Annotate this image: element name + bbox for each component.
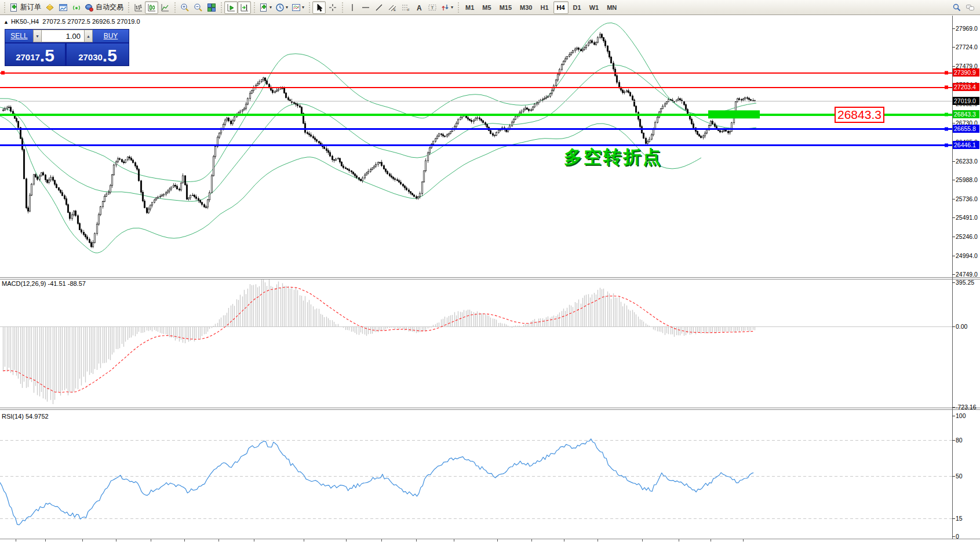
channel-button[interactable]: E [385, 1, 399, 14]
toolbar-separator [457, 2, 460, 13]
search-icon [952, 3, 961, 12]
toolbar-separator [253, 2, 256, 13]
text-icon: A [414, 3, 424, 12]
toolbar-separator [220, 2, 223, 13]
macd-tick-label: 395.25 [956, 279, 974, 286]
macd-label: MACD(12,26,9) -41.51 -88.57 [2, 280, 86, 287]
rsi-line [0, 439, 753, 525]
timeframe-button-H1[interactable]: H1 [537, 1, 552, 14]
timeframe-button-W1[interactable]: W1 [586, 1, 603, 14]
timeframe-button-MN[interactable]: MN [603, 1, 620, 14]
tile-windows-button[interactable] [205, 1, 218, 14]
price-badge: 26446.1 [953, 141, 979, 149]
price-tick-label: 25988.0 [956, 176, 978, 183]
auto-trading-button[interactable]: 自动交易 [83, 1, 125, 14]
rsi-pane[interactable] [0, 439, 952, 525]
new-order-button[interactable]: 新订单 [8, 1, 43, 14]
line-handle[interactable] [945, 144, 948, 147]
axis-ticks [16, 29, 956, 542]
fibo-button[interactable]: F [399, 1, 412, 14]
toolbar-search-button[interactable] [950, 1, 963, 14]
toolbar-separator [173, 2, 176, 13]
zoom-in-icon [180, 3, 190, 12]
main-toolbar: 新订单自动交易▾▾▾EFAT▾M1M5M15M30H1H4D1W1MN [0, 0, 980, 15]
volume-decrease-button[interactable]: ▼ [33, 30, 42, 42]
chart-window[interactable]: ▲HK50-,H4 27072.5 27072.5 26926.5 27019.… [0, 16, 980, 552]
templates-button[interactable]: ▾ [290, 1, 306, 14]
crosshair-icon [328, 3, 337, 12]
crosshair-button[interactable] [326, 1, 339, 14]
price-tick-label: 25246.0 [956, 233, 978, 240]
signals-button[interactable] [70, 1, 83, 14]
sell-button[interactable]: SELL [5, 30, 33, 42]
toolbar-separator [308, 2, 311, 13]
buy-price-display[interactable]: 27030.5 [67, 43, 129, 66]
line-handle[interactable] [945, 71, 948, 75]
indicators-button[interactable]: ▾ [257, 1, 274, 14]
toolbar-separator [127, 2, 130, 13]
vline-icon [348, 3, 357, 12]
vline-button[interactable] [345, 1, 359, 14]
candle-chart-icon [147, 3, 156, 12]
macd-pane[interactable] [0, 278, 952, 404]
chart-text-annotation[interactable]: 多空转折点 [564, 145, 662, 169]
line-chart-button[interactable] [158, 1, 172, 14]
label-button[interactable]: T [425, 1, 439, 14]
zoom-in-button[interactable] [178, 1, 191, 14]
zoom-out-button[interactable] [191, 1, 205, 14]
rsi-tick-label: 0 [956, 533, 959, 540]
pane-borders [0, 16, 980, 539]
line-handle[interactable] [945, 128, 948, 131]
text-button[interactable]: A [412, 1, 425, 14]
line-handle[interactable] [945, 86, 948, 89]
collapse-icon[interactable]: ▲ [3, 19, 9, 25]
timeframe-button-M30[interactable]: M30 [516, 1, 535, 14]
dropdown-arrow-icon: ▾ [286, 5, 288, 10]
macd-signal-line [3, 287, 755, 392]
rsi-label: RSI(14) 54.9752 [2, 413, 49, 420]
timeframe-button-M15[interactable]: M15 [496, 1, 515, 14]
line-handle[interactable] [1, 71, 5, 75]
rsi-tick-label: 15 [956, 515, 963, 522]
volume-increase-button[interactable]: ▲ [84, 30, 93, 42]
candle-chart-button[interactable] [145, 1, 158, 14]
timeframe-button-H4[interactable]: H4 [553, 1, 569, 14]
price-callout-label[interactable]: 26843.3 [835, 107, 884, 123]
timeframe-button-D1[interactable]: D1 [570, 1, 585, 14]
bar-chart-icon [134, 3, 143, 12]
gold-icon [45, 3, 54, 12]
auto-scroll-button[interactable] [224, 1, 238, 14]
volume-input[interactable] [42, 30, 84, 42]
dropdown-arrow-icon: ▾ [302, 5, 304, 10]
periods-icon [275, 3, 285, 12]
chart-shift-button[interactable] [238, 1, 251, 14]
cursor-button[interactable] [312, 1, 326, 14]
price-tick-label: 25491.0 [956, 214, 978, 221]
zoom-out-icon [194, 3, 203, 12]
buy-button[interactable]: BUY [93, 30, 129, 42]
highlight-rectangle[interactable] [708, 110, 760, 118]
gold-button[interactable] [43, 1, 56, 14]
sell-price-display[interactable]: 27017.5 [5, 43, 65, 66]
chart-window-button[interactable] [56, 1, 70, 14]
macd-tick-label: -723.16 [956, 404, 977, 411]
main-price-pane[interactable] [0, 23, 952, 253]
arrows-button[interactable]: ▾ [439, 1, 455, 14]
fibo-icon: F [401, 3, 410, 12]
trendline-button[interactable] [372, 1, 385, 14]
price-badge: 27203.4 [953, 83, 979, 91]
toolbar-chat-button[interactable] [963, 1, 977, 14]
symbol-header: ▲HK50-,H4 27072.5 27072.5 26926.5 27019.… [3, 18, 140, 25]
price-badge: 26843.3 [953, 110, 979, 118]
chart-canvas[interactable] [0, 16, 980, 552]
hline-button[interactable] [359, 1, 372, 14]
timeframe-button-M1[interactable]: M1 [462, 1, 478, 14]
line-handle[interactable] [945, 113, 948, 117]
rsi-tick-label: 80 [956, 437, 963, 444]
rsi-tick-label: 50 [956, 473, 963, 480]
timeframe-button-M5[interactable]: M5 [479, 1, 494, 14]
bollinger-lower-band [0, 116, 701, 253]
bar-chart-button[interactable] [132, 1, 145, 14]
periods-button[interactable]: ▾ [274, 1, 290, 14]
price-tick-label: 24749.0 [956, 271, 978, 278]
